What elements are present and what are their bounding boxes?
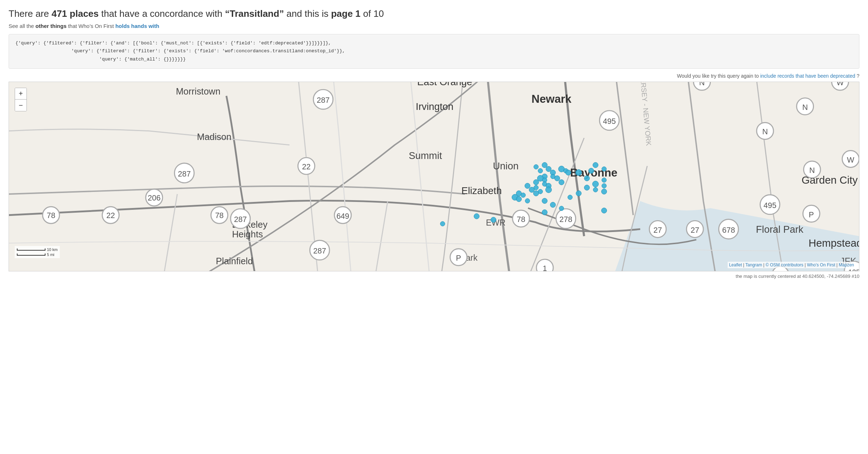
- query-box: {'query': {'filtered': {'filter': {'and'…: [9, 34, 859, 68]
- svg-text:P: P: [456, 254, 461, 262]
- svg-text:495: 495: [603, 117, 616, 126]
- map-dot[interactable]: [516, 196, 522, 202]
- svg-text:78: 78: [47, 211, 56, 219]
- map-dot[interactable]: [545, 187, 552, 193]
- map-dot[interactable]: [525, 198, 530, 203]
- map-dot[interactable]: [550, 202, 556, 208]
- map-dot[interactable]: [593, 162, 598, 168]
- map-dot[interactable]: [559, 179, 564, 185]
- svg-text:27: 27: [691, 226, 699, 234]
- place-count: 471: [52, 8, 67, 19]
- map-dot[interactable]: [602, 178, 607, 183]
- zoom-out-button[interactable]: −: [15, 100, 26, 111]
- map-dot[interactable]: [534, 164, 539, 169]
- svg-text:N: N: [809, 166, 815, 175]
- map-dot[interactable]: [440, 221, 445, 226]
- svg-text:287: 287: [178, 170, 191, 178]
- map-container: Bloomfield Nutley Livingston Morristown …: [9, 82, 859, 271]
- svg-text:78: 78: [517, 215, 525, 224]
- places-label: places: [67, 8, 98, 19]
- map-dot[interactable]: [565, 170, 571, 175]
- map-dot[interactable]: [601, 189, 607, 194]
- svg-text:287: 287: [317, 96, 330, 105]
- wof-link[interactable]: Who’s On First: [807, 262, 835, 267]
- map-dot[interactable]: [602, 166, 607, 172]
- svg-text:678: 678: [722, 226, 735, 234]
- scale-rule-km: [17, 248, 45, 251]
- svg-text:Irvington: Irvington: [416, 101, 453, 112]
- deprecated-notice: Would you like try this query again to i…: [9, 73, 859, 79]
- svg-text:Madison: Madison: [197, 132, 231, 142]
- zoom-in-button[interactable]: +: [15, 88, 26, 100]
- other-things-label: other things: [35, 23, 67, 29]
- map-dot[interactable]: [542, 198, 548, 204]
- holds-hands-link[interactable]: holds hands with: [115, 23, 159, 29]
- svg-text:22: 22: [302, 163, 311, 171]
- svg-text:W: W: [847, 155, 854, 164]
- svg-text:Plainfield: Plainfield: [216, 256, 253, 266]
- svg-text:N: N: [699, 82, 705, 87]
- map-dot[interactable]: [491, 217, 496, 223]
- map-dot[interactable]: [584, 175, 590, 181]
- map-dot[interactable]: [593, 187, 598, 192]
- map-dot[interactable]: [533, 190, 539, 196]
- svg-text:Newark: Newark: [531, 93, 572, 105]
- map-dot[interactable]: [559, 206, 564, 211]
- page-of: of 10: [363, 8, 384, 19]
- scale-bar: 10 km 5 mi: [15, 246, 60, 258]
- map-dot[interactable]: [575, 169, 582, 176]
- map-svg: Bloomfield Nutley Livingston Morristown …: [9, 82, 859, 271]
- svg-text:287: 287: [313, 247, 326, 255]
- map-dot[interactable]: [568, 195, 573, 200]
- map-center-info: the map is currently centered at 40.6245…: [9, 274, 859, 279]
- map-dot[interactable]: [592, 181, 599, 187]
- svg-text:135: 135: [848, 268, 859, 271]
- leaflet-link[interactable]: Leaflet: [729, 262, 742, 267]
- page-title: There are 471 places that have a concord…: [9, 7, 859, 20]
- scale-km: 10 km: [17, 247, 58, 252]
- svg-text:W: W: [836, 82, 844, 87]
- svg-text:Union: Union: [493, 160, 519, 172]
- scale-rule-mi: [17, 253, 45, 256]
- map-dot[interactable]: [474, 213, 479, 219]
- map-dot[interactable]: [533, 179, 539, 185]
- map-dot[interactable]: [584, 185, 590, 190]
- svg-text:78: 78: [215, 211, 224, 219]
- osm-link[interactable]: © OSM contributors: [766, 262, 804, 267]
- mapzen-link[interactable]: Mapzen: [839, 262, 854, 267]
- zoom-controls: + −: [15, 88, 27, 111]
- svg-text:27: 27: [654, 226, 662, 234]
- svg-text:206: 206: [148, 193, 160, 202]
- map-attribution: Leaflet | Tangram | © OSM contributors |…: [728, 262, 855, 268]
- svg-text:Hempstead: Hempstead: [809, 237, 859, 249]
- svg-text:649: 649: [336, 212, 349, 220]
- svg-text:N: N: [802, 103, 808, 112]
- subtitle: See all the other things that Who’s On F…: [9, 23, 859, 29]
- concordance-name: “Transitland”: [225, 8, 284, 19]
- svg-text:Morristown: Morristown: [176, 86, 220, 96]
- svg-text:P: P: [809, 210, 814, 219]
- svg-text:495: 495: [763, 201, 776, 210]
- map-dot[interactable]: [601, 208, 607, 213]
- map-dot[interactable]: [576, 190, 582, 196]
- deprecated-link[interactable]: include records that have been deprecate…: [760, 73, 855, 79]
- map-dot[interactable]: [521, 193, 526, 198]
- svg-text:Floral Park: Floral Park: [756, 223, 804, 235]
- svg-text:1: 1: [542, 264, 547, 271]
- svg-text:22: 22: [106, 211, 115, 219]
- map-dot[interactable]: [538, 168, 543, 173]
- map-dot[interactable]: [602, 183, 607, 188]
- svg-text:Elizabeth: Elizabeth: [461, 185, 502, 196]
- svg-text:N: N: [762, 127, 768, 136]
- map-dot[interactable]: [588, 168, 594, 174]
- svg-text:278: 278: [559, 215, 572, 224]
- svg-text:287: 287: [234, 215, 247, 224]
- svg-text:Summit: Summit: [409, 150, 442, 161]
- svg-text:East Orange: East Orange: [417, 82, 472, 87]
- map-dot[interactable]: [542, 209, 548, 215]
- tangram-link[interactable]: Tangram: [746, 262, 762, 267]
- page-label: page 1: [331, 8, 360, 19]
- scale-mi: 5 mi: [17, 252, 58, 257]
